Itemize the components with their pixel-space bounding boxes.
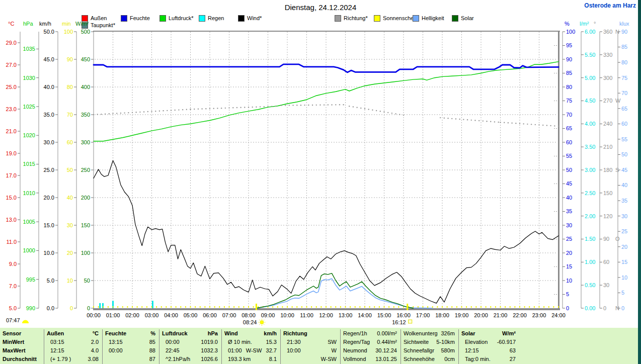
table-cell: Schneehöhe0cm (401, 355, 458, 363)
series-wind (94, 160, 558, 303)
table-col-wind: Windkm/hØ 10 min.15.301:00W-SW32.7193.3 … (222, 329, 281, 364)
axis-tick-label: 45 (621, 167, 627, 173)
table-text: Luftdruck (159, 329, 188, 338)
axis-tick-label: 45 (566, 180, 572, 187)
table-cell: ^2.1hPa/h1026.6 (159, 355, 221, 363)
table-cell: Schneefallgr580m (401, 346, 458, 355)
table-cell: 12:154.0 (44, 346, 102, 355)
axis-unit-label: l/m² (580, 21, 589, 27)
axis-tick-label: 9.0 (9, 261, 17, 267)
axis-tick-label: 300 (81, 139, 90, 145)
time-label: 17:00 (416, 312, 430, 318)
axis-tick-label: 1.50 (585, 236, 595, 242)
table-text: hPa (208, 329, 221, 338)
time-label: 04:00 (164, 312, 178, 318)
table-cell: Tag:0 min.27 (459, 355, 519, 363)
table-text: 13:15 (103, 338, 123, 346)
axis-tick-label: 1005 (23, 219, 35, 225)
time-label: 23:00 (532, 312, 546, 318)
table-cell: SolarW/m² (459, 329, 519, 338)
axis-tick-label: 1015 (23, 161, 35, 167)
axis-tick-label: 10 (621, 275, 627, 281)
axis-tick-label: 0.0 (47, 305, 54, 311)
axis-tick-label: 25.0 (44, 167, 54, 173)
axis-tick-label: 400 (81, 84, 90, 90)
table-text: 21:30 (281, 338, 301, 346)
axis-tick-label: 250 (81, 167, 90, 173)
table-text: 0.44l/m² (377, 338, 400, 346)
axis-tick-label: 10 (67, 278, 73, 284)
time-label: 15:00 (377, 312, 391, 318)
axis-tick-label: 60 (566, 139, 572, 145)
axis-tick-label: 19.0 (6, 150, 17, 156)
table-cell: Elevation-60.917 (459, 338, 519, 346)
axis-tick-label: 5.0 (47, 278, 54, 284)
table-cell: Windkm/h (222, 329, 280, 338)
sun-icon (258, 319, 265, 326)
axis-tick-label: 30.0 (44, 139, 54, 145)
table-text: Vollmond (341, 355, 366, 363)
table-cell: 22:451032.3 (159, 346, 221, 355)
table-text: 13.01.25 (375, 355, 400, 363)
sensor-stats-table: SensorMinWertMaxWertDurchschnittAußen°C0… (0, 328, 638, 364)
table-text: 85 (149, 338, 159, 346)
axis-tick-label: 180 (603, 167, 612, 173)
axis-tick-label: 70 (566, 112, 572, 118)
axis-tick-label: 27.0 (6, 62, 17, 68)
time-label: 12:00 (319, 312, 333, 318)
axis-tick-label: 1000 (23, 247, 35, 253)
axis-tick-label: 990 (26, 305, 35, 311)
table-text: 3.08 (88, 355, 102, 363)
axis-tick-label: 30 (67, 222, 73, 228)
axis-tick-label: 4.50 (585, 98, 595, 104)
sunrise-time: 08:24 (243, 319, 257, 325)
time-label: 14:00 (358, 312, 372, 318)
axis-tick-label: 60 (67, 139, 73, 145)
table-text: SW (328, 338, 340, 346)
table-col-richtung: Richtung21:30SW10:00WW-SW (281, 329, 341, 364)
time-label: 02:00 (125, 312, 139, 318)
axis-tick-label: 50.0 (44, 29, 54, 35)
table-text: W-SW (320, 355, 340, 363)
time-label: 18:00 (435, 312, 449, 318)
axis-tick-label: 25.0 (6, 84, 17, 90)
axis-tick-label: 100 (566, 29, 575, 35)
axis-tick-label: 65 (566, 125, 572, 131)
weather-station-window: Dienstag, 24.12.2024 Osterode am Harz Au… (0, 0, 641, 364)
axis-tick-label: 1025 (23, 104, 35, 110)
axis-tick-label: 25 (621, 228, 627, 234)
table-text: MaxWert (0, 346, 26, 355)
table-text (337, 329, 340, 338)
time-label: 10:00 (280, 312, 294, 318)
table-col-solar: SolarW/m²Elevation-60.91712:1563Tag:0 mi… (459, 329, 519, 364)
table-text: 8.1 (269, 355, 280, 363)
table-col-empty (519, 329, 638, 364)
table-text: 580m (441, 346, 458, 355)
table-col-info5: Regen/1h0.00l/m²Regen/Tag0.44l/m²Neumond… (341, 329, 401, 364)
axis-tick-label: 1010 (23, 190, 35, 196)
table-text: W-SW (246, 346, 262, 355)
axis-tick-label: 10 (566, 278, 572, 284)
table-text: 193.3 km (222, 355, 251, 363)
time-label: 09:00 (261, 312, 275, 318)
axis-tick-label: 500 (81, 29, 90, 35)
table-cell: Ø 10 min.15.3 (222, 338, 280, 346)
table-col-feuchte: Feuchte%13:158500:008887 (103, 329, 159, 364)
table-cell: 03:152.0 (44, 338, 102, 346)
axis-tick-label: 20 (621, 244, 627, 250)
axis-humidity: 0510152025303540455055606570758085909510… (563, 21, 575, 311)
series-sonnenschein (93, 306, 559, 308)
axis-tick-label: 90 (67, 56, 73, 62)
time-axis-labels: 00:0001:0002:0003:0004:0005:0006:0007:00… (87, 312, 566, 318)
axis-tick-label: 90 (603, 236, 609, 242)
axis-tick-label: 360 (603, 29, 612, 35)
table-text: (+ 1.79 ) (44, 355, 71, 363)
axis-tick-label: 15 (566, 263, 572, 269)
axis-tick-label: 5 (621, 290, 624, 296)
table-text: Tag:0 min. (459, 355, 491, 363)
axis-tick-label: 80 (566, 84, 572, 90)
table-text: Sensor (0, 329, 21, 338)
table-text: 5-10km (436, 338, 458, 346)
axis-tick-label: 75 (621, 75, 627, 81)
table-text: Feuchte (103, 329, 126, 338)
